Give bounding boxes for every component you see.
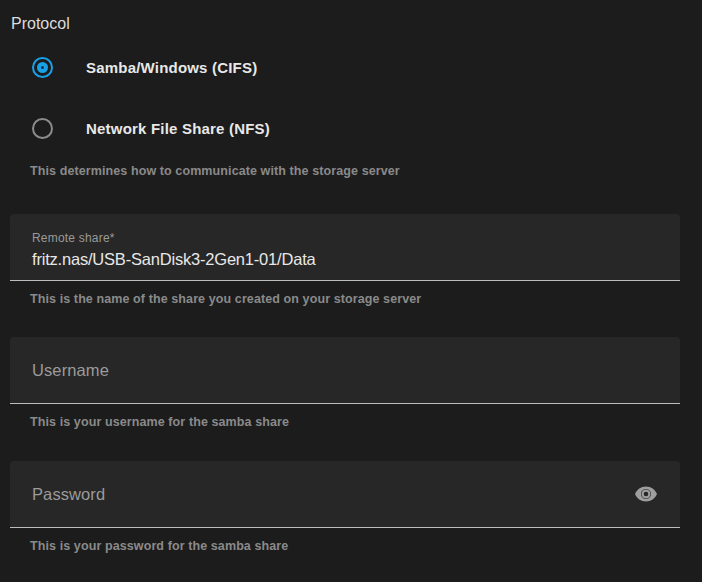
radio-unselected-icon[interactable]	[32, 118, 53, 139]
username-field-label: Username	[32, 361, 109, 380]
eye-icon	[634, 482, 658, 506]
radio-inner-dot	[37, 62, 48, 73]
protocol-section-label: Protocol	[11, 0, 702, 33]
password-visibility-toggle[interactable]	[634, 482, 658, 506]
network-storage-form: Protocol Samba/Windows (CIFS) Network Fi…	[0, 0, 702, 582]
radio-option-nfs-label: Network File Share (NFS)	[86, 120, 270, 137]
username-helper-text: This is your username for the samba shar…	[30, 415, 702, 430]
remote-share-helper-text: This is the name of the share you create…	[30, 292, 702, 307]
remote-share-value: fritz.nas/USB-SanDisk3-2Gen1-01/Data	[32, 250, 658, 269]
password-field[interactable]: Password	[10, 461, 680, 528]
username-field[interactable]: Username	[10, 337, 680, 404]
radio-option-cifs[interactable]: Samba/Windows (CIFS)	[32, 56, 702, 78]
password-field-label: Password	[32, 485, 105, 504]
radio-selected-icon[interactable]	[32, 57, 53, 78]
remote-share-field[interactable]: Remote share* fritz.nas/USB-SanDisk3-2Ge…	[10, 214, 680, 281]
radio-option-cifs-label: Samba/Windows (CIFS)	[86, 59, 257, 76]
protocol-helper-text: This determines how to communicate with …	[30, 164, 702, 179]
radio-option-nfs[interactable]: Network File Share (NFS)	[32, 117, 702, 139]
remote-share-label: Remote share*	[32, 231, 658, 245]
password-helper-text: This is your password for the samba shar…	[30, 539, 702, 554]
